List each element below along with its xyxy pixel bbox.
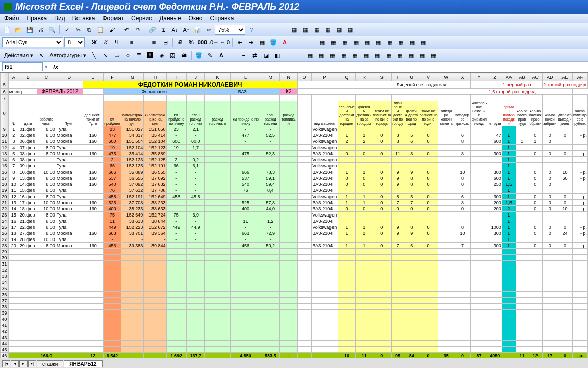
currency-icon[interactable]: ₽ — [175, 37, 185, 47]
fmt-misc-6[interactable]: ▦ — [373, 37, 384, 47]
tab-first-icon[interactable]: |◂ — [2, 360, 10, 367]
dec-indent-icon[interactable]: ⇤ — [235, 37, 245, 47]
paste-icon[interactable]: 📋 — [95, 25, 106, 35]
merge-icon[interactable]: ⊟ — [160, 37, 170, 47]
tab-last-icon[interactable]: ▸| — [28, 360, 36, 367]
menu-Окно[interactable]: Окно — [189, 15, 203, 22]
hyperlink-icon[interactable]: 🔗 — [147, 25, 158, 35]
fx-icon[interactable]: fx — [53, 64, 58, 70]
align-left-icon[interactable]: ≡ — [126, 37, 137, 47]
copy-icon[interactable]: ⧉ — [84, 25, 94, 35]
font-color2-icon[interactable]: A — [216, 50, 226, 60]
font-name-select[interactable]: Arial Cyr — [2, 37, 63, 47]
rect-icon[interactable]: ▭ — [112, 50, 122, 60]
bold-icon[interactable]: Ж — [89, 37, 99, 47]
align-center-icon[interactable]: ≣ — [138, 37, 148, 47]
italic-icon[interactable]: К — [100, 37, 111, 47]
menu-Файл[interactable]: Файл — [4, 15, 19, 22]
shadow-icon[interactable]: ◪ — [261, 50, 271, 60]
line-style-icon[interactable]: ═ — [227, 50, 238, 60]
actions-menu[interactable]: Действия ▾ — [2, 52, 35, 59]
undo-icon[interactable]: ↶ — [121, 25, 132, 35]
preview-icon[interactable]: 🔍 — [47, 25, 57, 35]
tb-misc-6[interactable]: ▦ — [345, 25, 355, 35]
font-size-select[interactable]: 8 — [64, 37, 85, 47]
sheet-tab-bar[interactable]: |◂ ◂ ▸ ▸| ставкиЯНВАРЬ12 — [0, 358, 588, 368]
draw-misc-10[interactable]: ▦ — [406, 50, 416, 60]
zoom-select[interactable]: 75% — [215, 25, 245, 35]
draw-misc-11[interactable]: ▦ — [417, 50, 427, 60]
tb-misc-3[interactable]: ▦ — [312, 25, 322, 35]
new-icon[interactable]: 📄 — [2, 25, 12, 35]
align-right-icon[interactable]: ≡ — [149, 37, 159, 47]
autoshapes-menu[interactable]: Автофигуры ▾ — [47, 52, 88, 59]
sheet-tab-ставки[interactable]: ставки — [37, 360, 63, 367]
name-dropdown-icon[interactable]: ▾ — [45, 64, 48, 70]
tb-misc-5[interactable]: ▦ — [334, 25, 344, 35]
fill-color-icon[interactable]: 🪣 — [268, 37, 278, 47]
dash-icon[interactable]: ┅ — [239, 50, 249, 60]
borders-icon[interactable]: ▦ — [257, 37, 267, 47]
tab-prev-icon[interactable]: ◂ — [11, 360, 19, 367]
line-color-icon[interactable]: ✎ — [205, 50, 215, 60]
print-icon[interactable]: 🖨 — [36, 25, 46, 35]
help-icon[interactable]: ? — [246, 25, 257, 35]
inc-indent-icon[interactable]: ⇥ — [246, 37, 256, 47]
tb-misc-2[interactable]: ▦ — [300, 25, 311, 35]
fmt-misc-5[interactable]: ▦ — [362, 37, 372, 47]
font-color-icon[interactable]: A — [279, 37, 290, 47]
draw-misc-7[interactable]: ▦ — [372, 50, 382, 60]
open-icon[interactable]: 📂 — [13, 25, 23, 35]
menu-Данные[interactable]: Данные — [159, 15, 181, 22]
menu-Справка[interactable]: Справка — [210, 15, 234, 22]
sort-desc-icon[interactable]: A↑ — [181, 25, 191, 35]
format-painter-icon[interactable]: 🖌 — [107, 25, 117, 35]
sheet-tab-ЯНВАРЬ12[interactable]: ЯНВАРЬ12 — [64, 360, 102, 367]
draw-misc-12[interactable]: ▦ — [428, 50, 439, 60]
save-icon[interactable]: 💾 — [24, 25, 35, 35]
menu-Правка[interactable]: Правка — [27, 15, 47, 22]
redo-icon[interactable]: ↷ — [133, 25, 143, 35]
select-icon[interactable]: ↖ — [36, 50, 46, 60]
draw-misc-8[interactable]: ▦ — [384, 50, 394, 60]
inc-decimal-icon[interactable]: .0→ — [209, 37, 219, 47]
tb-misc-1[interactable]: ▦ — [289, 25, 299, 35]
oval-icon[interactable]: ○ — [123, 50, 133, 60]
percent-icon[interactable]: % — [186, 37, 196, 47]
draw-misc-4[interactable]: ▦ — [339, 50, 349, 60]
menu-Формат[interactable]: Формат — [102, 15, 124, 22]
formula-input[interactable] — [61, 62, 586, 71]
dec-decimal-icon[interactable]: ←.0 — [220, 37, 230, 47]
draw-misc-3[interactable]: ▦ — [327, 50, 338, 60]
menu-Вид[interactable]: Вид — [54, 15, 65, 22]
comma-icon[interactable]: 000 — [197, 37, 208, 47]
cut-icon[interactable]: ✂ — [73, 25, 83, 35]
worksheet-grid[interactable]: ABCDEFGHIJKLMNOPQRSTUVWXYZAAABACADAEAF5Ф… — [0, 72, 588, 358]
chart-icon[interactable]: 📊 — [192, 25, 202, 35]
fmt-misc-3[interactable]: ▦ — [340, 37, 350, 47]
tb-misc-4[interactable]: ▦ — [323, 25, 333, 35]
fmt-misc-1[interactable]: ▦ — [317, 37, 327, 47]
underline-icon[interactable]: Ч — [112, 37, 122, 47]
line-icon[interactable]: ╲ — [89, 50, 99, 60]
menu-bar[interactable]: ФайлПравкаВидВставкаФорматСервисДанныеОк… — [0, 14, 588, 23]
textbox-icon[interactable]: ₸ — [134, 50, 144, 60]
fill-icon[interactable]: 🪣 — [194, 50, 204, 60]
name-box[interactable] — [2, 62, 43, 71]
menu-Вставка[interactable]: Вставка — [72, 15, 95, 22]
spell-icon[interactable]: ✓ — [62, 25, 72, 35]
draw-misc-9[interactable]: ▦ — [395, 50, 405, 60]
fmt-misc-10[interactable]: ▦ — [418, 37, 428, 47]
drawing-toolbar[interactable]: Действия ▾ ↖ Автофигуры ▾ ╲ ↘ ▭ ○ ₸ 🅰 ◈ … — [0, 49, 588, 61]
standard-toolbar[interactable]: 📄 📂 💾 🖨 🔍 ✓ ✂ ⧉ 📋 🖌 ↶ ↷ 🔗 Σ A↓ A↑ 📊 ✏ 75… — [0, 23, 588, 36]
fmt-misc-9[interactable]: ▦ — [407, 37, 417, 47]
arrow-icon[interactable]: ↘ — [100, 50, 111, 60]
clipart-icon[interactable]: 🖼 — [168, 50, 178, 60]
fmt-misc-2[interactable]: ▦ — [328, 37, 339, 47]
draw-misc-5[interactable]: ▦ — [350, 50, 360, 60]
3d-icon[interactable]: ◧ — [272, 50, 283, 60]
diagram-icon[interactable]: ◈ — [157, 50, 167, 60]
fmt-misc-8[interactable]: ▦ — [396, 37, 406, 47]
picture-icon[interactable]: 🏔 — [179, 50, 189, 60]
formula-bar[interactable]: ▾ fx — [0, 61, 588, 72]
